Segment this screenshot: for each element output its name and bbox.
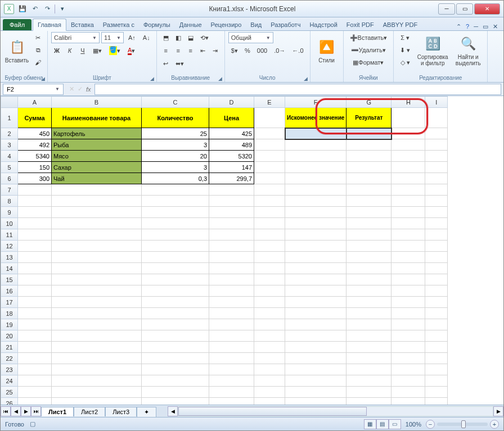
tab-review[interactable]: Рецензиро (206, 19, 246, 30)
cell[interactable] (285, 398, 346, 405)
row-header[interactable]: 15 (1, 274, 18, 285)
view-layout-icon[interactable]: ▤ (376, 419, 389, 429)
cell[interactable] (285, 375, 346, 387)
cell[interactable] (392, 319, 425, 330)
cell[interactable] (346, 139, 392, 151)
cell[interactable] (254, 308, 285, 319)
align-bottom-icon[interactable]: ⬓ (185, 32, 196, 43)
doc-restore-icon[interactable]: ▭ (483, 23, 488, 30)
font-name-combo[interactable]: Calibri▼ (51, 32, 100, 43)
currency-icon[interactable]: $▾ (228, 45, 241, 56)
cell[interactable] (18, 218, 52, 229)
wrap-text-icon[interactable]: ↩ (160, 58, 172, 69)
col-header[interactable]: C (142, 97, 209, 108)
row-header[interactable]: 12 (1, 241, 18, 252)
cell[interactable] (142, 207, 209, 218)
cell[interactable] (254, 398, 285, 405)
cell[interactable] (142, 196, 209, 207)
tab-data[interactable]: Данные (175, 19, 206, 30)
cell[interactable] (52, 319, 142, 330)
cell[interactable] (392, 342, 425, 353)
close-button[interactable]: ✕ (474, 3, 500, 15)
cell[interactable] (209, 218, 254, 229)
cell[interactable] (346, 173, 392, 184)
cell[interactable] (392, 353, 425, 364)
cell[interactable] (254, 207, 285, 218)
cell[interactable] (392, 364, 425, 375)
cell[interactable] (142, 241, 209, 252)
cell[interactable] (346, 196, 392, 207)
row-header[interactable]: 7 (1, 184, 18, 196)
formula-input[interactable] (94, 84, 501, 95)
cell[interactable] (425, 173, 448, 184)
cell[interactable] (18, 241, 52, 252)
cell[interactable] (209, 196, 254, 207)
cell[interactable] (285, 364, 346, 375)
cell[interactable] (52, 263, 142, 274)
tab-layout[interactable]: Разметка с (98, 19, 139, 30)
cell[interactable] (346, 241, 392, 252)
cell[interactable] (254, 364, 285, 375)
cell[interactable] (425, 387, 448, 398)
cell[interactable] (52, 207, 142, 218)
cell[interactable]: Мясо (52, 151, 142, 162)
cell[interactable] (346, 297, 392, 308)
cell[interactable] (285, 184, 346, 196)
cell[interactable] (425, 139, 448, 151)
cell[interactable] (209, 330, 254, 342)
cell[interactable] (142, 398, 209, 405)
indent-inc-icon[interactable]: ⇥ (210, 45, 221, 56)
dialog-launcher-icon[interactable]: ◢ (150, 76, 154, 81)
cell[interactable]: 5320 (209, 151, 254, 162)
format-painter-button[interactable]: 🖌 (32, 57, 44, 68)
cell[interactable] (142, 274, 209, 285)
cell[interactable]: Искомонее значение (285, 108, 346, 128)
cell[interactable] (392, 308, 425, 319)
cell[interactable] (285, 387, 346, 398)
cell[interactable] (52, 252, 142, 263)
cell[interactable] (425, 319, 448, 330)
cell[interactable] (425, 364, 448, 375)
row-header[interactable]: 23 (1, 364, 18, 375)
cell[interactable] (392, 263, 425, 274)
underline-button[interactable]: Ч (77, 45, 88, 56)
align-left-icon[interactable]: ≡ (160, 45, 172, 56)
tab-formulas[interactable]: Формулы (139, 19, 175, 30)
cell[interactable] (209, 375, 254, 387)
cell[interactable] (209, 319, 254, 330)
cell[interactable] (285, 207, 346, 218)
cell[interactable] (254, 229, 285, 241)
cell[interactable] (346, 398, 392, 405)
cell[interactable] (209, 184, 254, 196)
redo-button[interactable]: ↷ (42, 4, 52, 14)
tab-abbyy[interactable]: ABBYY PDF (379, 19, 422, 30)
doc-min-icon[interactable]: ─ (474, 23, 478, 30)
cell[interactable] (52, 353, 142, 364)
align-top-icon[interactable]: ⬒ (160, 32, 172, 43)
view-normal-icon[interactable]: ▦ (364, 419, 376, 429)
cell[interactable] (18, 342, 52, 353)
cell[interactable] (346, 342, 392, 353)
cell[interactable] (254, 241, 285, 252)
cell[interactable] (142, 375, 209, 387)
hscroll-left-icon[interactable]: ◀ (168, 406, 178, 416)
cell[interactable] (285, 241, 346, 252)
tab-addins[interactable]: Надстрой (305, 19, 341, 30)
cut-button[interactable]: ✂ (32, 32, 44, 43)
cell[interactable] (346, 162, 392, 173)
cell[interactable] (392, 375, 425, 387)
cell[interactable] (425, 241, 448, 252)
cell[interactable] (285, 139, 346, 151)
copy-button[interactable]: ⧉ (32, 44, 44, 56)
row-header[interactable]: 4 (1, 151, 18, 162)
cell[interactable]: Чай (52, 173, 142, 184)
sheet-tab[interactable]: Лист3 (105, 407, 137, 416)
cell[interactable] (392, 207, 425, 218)
cell[interactable]: 20 (142, 151, 209, 162)
file-tab[interactable]: Файл (3, 19, 32, 30)
cell[interactable] (425, 128, 448, 139)
col-header[interactable]: H (392, 97, 425, 108)
row-header[interactable]: 8 (1, 196, 18, 207)
cell[interactable] (346, 207, 392, 218)
tab-nav-first-icon[interactable]: ⏮ (1, 406, 11, 416)
